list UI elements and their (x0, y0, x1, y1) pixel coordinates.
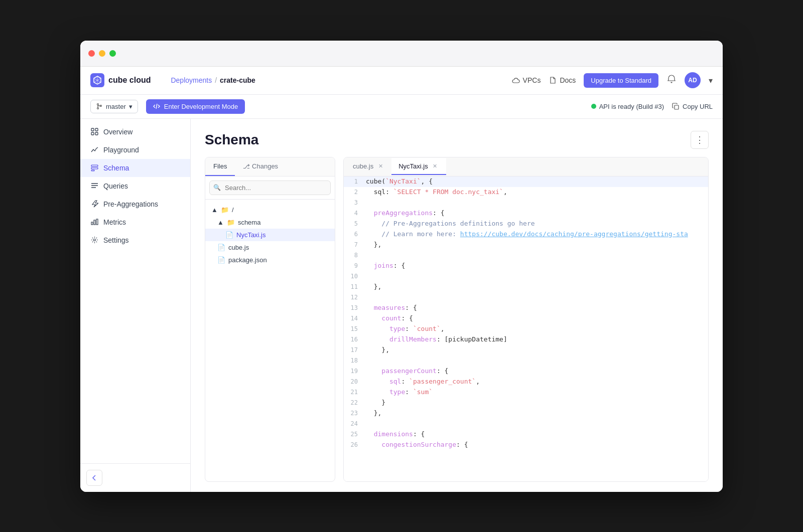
line-content: sql: `SELECT * FROM doc.nyc_taxi`, (366, 187, 708, 198)
line-number: 16 (344, 334, 366, 345)
search-input[interactable] (209, 181, 331, 195)
code-token: } (366, 399, 385, 406)
vpcs-label: VPCs (523, 76, 541, 84)
code-line: 22 } (344, 398, 708, 408)
code-token: , (503, 188, 507, 196)
code-line: 25 dimensions: { (344, 429, 708, 440)
code-token: type (366, 325, 405, 332)
code-line: 17 }, (344, 345, 708, 356)
collapse-sidebar-button[interactable] (86, 470, 102, 486)
folder-icon: 📁 (221, 206, 229, 214)
copy-url-button[interactable]: Copy URL (672, 103, 713, 110)
code-line: 4 preAggregations: { (344, 208, 708, 219)
grid-icon (90, 128, 98, 136)
upgrade-button[interactable]: Upgrade to Standard (584, 73, 658, 88)
editor-tab-cubejs-label: cube.js (353, 162, 373, 170)
code-line: 8 (344, 250, 708, 261)
svg-rect-7 (91, 132, 94, 135)
code-token: , (441, 325, 445, 332)
code-area[interactable]: 1cube(`NycTaxi`, {2 sql: `SELECT * FROM … (344, 176, 708, 481)
code-token: `passenger_count` (409, 378, 476, 385)
line-number: 17 (344, 345, 366, 356)
close-button[interactable] (88, 50, 95, 57)
sidebar-item-queries-label: Queries (103, 182, 128, 190)
bar-chart-icon (90, 218, 98, 226)
code-token: : (405, 325, 413, 332)
branch-button[interactable]: master ▾ (90, 100, 138, 113)
line-number: 3 (344, 198, 366, 208)
tab-changes[interactable]: ⎇ Changes (235, 157, 286, 176)
editor-tab-nyctaxi[interactable]: NycTaxi.js ✕ (391, 158, 446, 175)
code-token: }, (366, 346, 389, 353)
code-token: : { (405, 304, 417, 311)
sidebar-item-overview-label: Overview (103, 128, 132, 136)
code-token: }, (366, 409, 381, 417)
branch-chevron: ▾ (129, 103, 132, 110)
cloud-icon (512, 76, 520, 84)
tree-root[interactable]: ▲ 📁 / (205, 204, 335, 216)
line-content (366, 250, 708, 261)
line-content: sql: `passenger_count`, (366, 377, 708, 387)
code-token: `count` (413, 325, 441, 332)
avatar-chevron[interactable]: ▾ (709, 76, 713, 85)
logo-text: cube cloud (108, 76, 151, 85)
sidebar-item-pre-aggregations-label: Pre-Aggregations (103, 200, 158, 208)
code-token: type (366, 388, 405, 396)
sidebar-item-schema[interactable]: Schema (80, 159, 190, 177)
file-tree: ▲ 📁 / ▲ 📁 schema 📄 NycTaxi.js (205, 200, 335, 481)
editor-tab-cubejs[interactable]: cube.js ✕ (346, 158, 391, 175)
line-content: drillMembers: [pickupDatetime] (366, 334, 708, 345)
logo[interactable]: cube cloud (90, 73, 151, 87)
status-dot (591, 104, 596, 109)
line-number: 10 (344, 271, 366, 282)
sidebar-item-queries[interactable]: Queries (80, 177, 190, 195)
code-token: : { (456, 441, 468, 448)
avatar[interactable]: AD (685, 72, 701, 88)
tree-schema-dir[interactable]: ▲ 📁 schema (205, 216, 335, 229)
tree-nyctaxi[interactable]: 📄 NycTaxi.js (205, 229, 335, 241)
sidebar-item-playground[interactable]: Playground (80, 141, 190, 159)
vpcs-link[interactable]: VPCs (512, 76, 541, 84)
more-options-button[interactable]: ⋮ (691, 131, 709, 149)
sidebar-item-pre-aggregations[interactable]: Pre-Aggregations (80, 195, 190, 213)
tree-schema-label: schema (238, 219, 261, 226)
code-line: 1cube(`NycTaxi`, { (344, 176, 708, 187)
svg-rect-14 (96, 219, 98, 225)
docs-icon (549, 76, 557, 84)
sidebar-item-metrics[interactable]: Metrics (80, 213, 190, 231)
line-number: 8 (344, 250, 366, 261)
line-content: count: { (366, 313, 708, 324)
tab-files[interactable]: Files (205, 157, 235, 176)
sidebar-item-schema-label: Schema (103, 164, 129, 172)
breadcrumb-parent[interactable]: Deployments (171, 76, 212, 84)
minimize-button[interactable] (99, 50, 105, 57)
line-content: // Pre-Aggregations definitions go here (366, 219, 708, 229)
svg-point-2 (97, 108, 99, 109)
dev-mode-button[interactable]: Enter Development Mode (146, 99, 245, 114)
notification-icon[interactable] (666, 74, 677, 86)
docs-link[interactable]: Docs (549, 76, 576, 84)
line-number: 5 (344, 219, 366, 229)
search-wrap: 🔍 (209, 181, 331, 195)
sidebar-item-settings[interactable]: Settings (80, 231, 190, 249)
logo-icon (90, 73, 104, 87)
code-token: }, (366, 283, 381, 290)
code-token: measures (366, 304, 405, 311)
code-line: 16 drillMembers: [pickupDatetime] (344, 334, 708, 345)
maximize-button[interactable] (109, 50, 116, 57)
close-nyctaxi-tab[interactable]: ✕ (431, 162, 439, 170)
code-line: 12 (344, 292, 708, 303)
sidebar-item-overview[interactable]: Overview (80, 123, 190, 141)
tree-root-label: / (232, 206, 234, 214)
code-line: 21 type: `sum` (344, 387, 708, 398)
tree-cubejs[interactable]: 📄 cube.js (205, 241, 335, 254)
close-cubejs-tab[interactable]: ✕ (376, 162, 384, 170)
sidebar-item-settings-label: Settings (103, 236, 129, 244)
content-area: Schema ⋮ Files ⎇ Changes (191, 119, 723, 492)
svg-point-1 (97, 104, 99, 105)
tree-packagejson[interactable]: 📄 package.json (205, 254, 335, 266)
gear-icon (90, 236, 98, 244)
line-number: 1 (344, 176, 366, 187)
dev-mode-label: Enter Development Mode (164, 103, 238, 110)
svg-rect-6 (95, 128, 98, 131)
